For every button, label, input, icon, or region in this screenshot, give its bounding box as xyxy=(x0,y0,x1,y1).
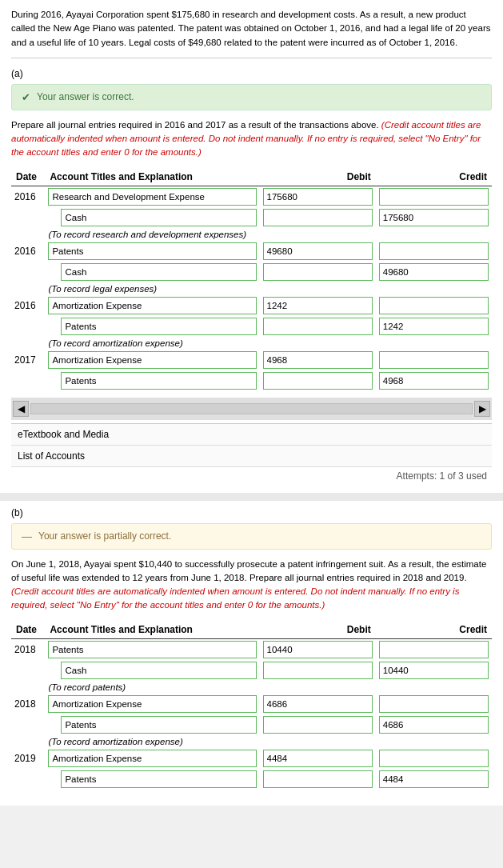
credit-input[interactable] xyxy=(379,318,489,335)
credit-input[interactable] xyxy=(379,695,489,713)
entry-date: 2016 xyxy=(11,295,45,316)
section-a-label: (a) xyxy=(11,68,492,79)
credit-input[interactable] xyxy=(379,209,489,226)
credit-input[interactable] xyxy=(379,641,489,658)
credit-input[interactable] xyxy=(379,188,489,206)
account-title-cell xyxy=(45,186,259,207)
col-credit: Credit xyxy=(376,621,492,639)
list-of-accounts-link[interactable]: List of Accounts xyxy=(11,446,492,467)
table-row xyxy=(11,660,492,681)
debit-input[interactable] xyxy=(263,209,373,226)
partial-banner-text: Your answer is partially correct. xyxy=(38,530,171,542)
credit-input[interactable] xyxy=(379,770,489,788)
col-account: Account Titles and Explanation xyxy=(45,168,259,186)
table-row: 2017 xyxy=(11,350,492,370)
account-title-input[interactable] xyxy=(61,263,256,281)
note-row: (To record amortization expense) xyxy=(11,735,492,748)
account-title-input[interactable] xyxy=(61,770,256,788)
entry-date: 2017 xyxy=(11,350,45,370)
table-row: 2019 xyxy=(11,748,492,769)
entry-date: 2016 xyxy=(11,241,45,262)
table-row xyxy=(11,316,492,337)
section-b-table: Date Account Titles and Explanation Debi… xyxy=(11,621,492,790)
debit-input[interactable] xyxy=(263,242,373,260)
credit-input[interactable] xyxy=(379,351,489,369)
credit-input[interactable] xyxy=(379,716,489,734)
table-row: 2018 xyxy=(11,694,492,714)
account-title-input[interactable] xyxy=(48,242,256,260)
entry-date: 2018 xyxy=(11,638,45,660)
note-text: (To record legal expenses) xyxy=(45,282,492,295)
credit-input[interactable] xyxy=(379,297,489,314)
col-credit: Credit xyxy=(376,168,492,186)
scroll-left-arrow[interactable]: ◀ xyxy=(13,401,29,417)
check-icon: ✔ xyxy=(22,91,30,103)
credit-input[interactable] xyxy=(379,750,489,767)
intro-text: During 2016, Ayayai Corporation spent $1… xyxy=(11,8,492,58)
account-title-input[interactable] xyxy=(48,750,256,767)
debit-input[interactable] xyxy=(263,750,373,767)
note-row: (To record amortization expense) xyxy=(11,337,492,350)
note-row: (To record research and development expe… xyxy=(11,228,492,241)
account-title-input[interactable] xyxy=(48,695,256,713)
credit-input[interactable] xyxy=(379,372,489,390)
etextbook-link[interactable]: eTextbook and Media xyxy=(11,424,492,446)
credit-input[interactable] xyxy=(379,662,489,679)
dash-icon: — xyxy=(22,530,32,542)
section-a: (a) ✔ Your answer is correct. Prepare al… xyxy=(11,68,492,485)
entry-date: 2019 xyxy=(11,748,45,769)
note-text: (To record amortization expense) xyxy=(45,337,492,350)
debit-input[interactable] xyxy=(263,662,373,679)
note-row: (To record patents) xyxy=(11,681,492,694)
scroll-right-arrow[interactable]: ▶ xyxy=(474,401,490,417)
section-b: (b) — Your answer is partially correct. … xyxy=(11,507,492,790)
debit-input[interactable] xyxy=(263,716,373,734)
debit-input[interactable] xyxy=(263,770,373,788)
credit-input[interactable] xyxy=(379,242,489,260)
account-title-input[interactable] xyxy=(61,716,256,734)
table-row xyxy=(11,370,492,391)
scroll-track[interactable] xyxy=(30,403,473,414)
attempts-text: Attempts: 1 of 3 used xyxy=(11,467,492,485)
debit-input[interactable] xyxy=(263,263,373,281)
table-row: 2016 xyxy=(11,186,492,207)
table-row: 2016 xyxy=(11,295,492,316)
debit-input[interactable] xyxy=(263,188,373,206)
section-a-instructions: Prepare all journal entries required in … xyxy=(11,118,492,160)
col-account: Account Titles and Explanation xyxy=(45,621,259,639)
note-text: (To record patents) xyxy=(45,681,492,694)
table-row: 2018 xyxy=(11,638,492,660)
col-debit: Debit xyxy=(260,168,376,186)
col-date: Date xyxy=(11,168,45,186)
section-a-links: eTextbook and Media List of Accounts xyxy=(11,423,492,467)
table-row xyxy=(11,714,492,735)
account-title-input[interactable] xyxy=(61,662,256,679)
debit-cell xyxy=(260,186,376,207)
account-title-input[interactable] xyxy=(61,372,256,390)
note-row: (To record legal expenses) xyxy=(11,282,492,295)
debit-input[interactable] xyxy=(263,297,373,314)
debit-input[interactable] xyxy=(263,372,373,390)
section-a-table: Date Account Titles and Explanation Debi… xyxy=(11,168,492,391)
credit-cell xyxy=(376,186,492,207)
debit-input[interactable] xyxy=(263,351,373,369)
account-title-input[interactable] xyxy=(48,188,256,206)
account-title-input[interactable] xyxy=(48,641,256,658)
table-row xyxy=(11,769,492,790)
table-row xyxy=(11,262,492,282)
table-row xyxy=(11,207,492,228)
col-debit: Debit xyxy=(260,621,376,639)
credit-input[interactable] xyxy=(379,263,489,281)
account-title-input[interactable] xyxy=(61,209,256,226)
correct-banner-text: Your answer is correct. xyxy=(37,91,134,102)
account-title-input[interactable] xyxy=(48,351,256,369)
debit-input[interactable] xyxy=(263,641,373,658)
scroll-bar[interactable]: ◀ ▶ xyxy=(11,398,492,420)
section-b-instructions: On June 1, 2018, Ayayai spent $10,440 to… xyxy=(11,558,492,613)
account-title-input[interactable] xyxy=(48,297,256,314)
debit-input[interactable] xyxy=(263,695,373,713)
section-b-label: (b) xyxy=(11,507,492,518)
account-title-input[interactable] xyxy=(61,318,256,335)
debit-input[interactable] xyxy=(263,318,373,335)
section-divider xyxy=(0,493,503,501)
